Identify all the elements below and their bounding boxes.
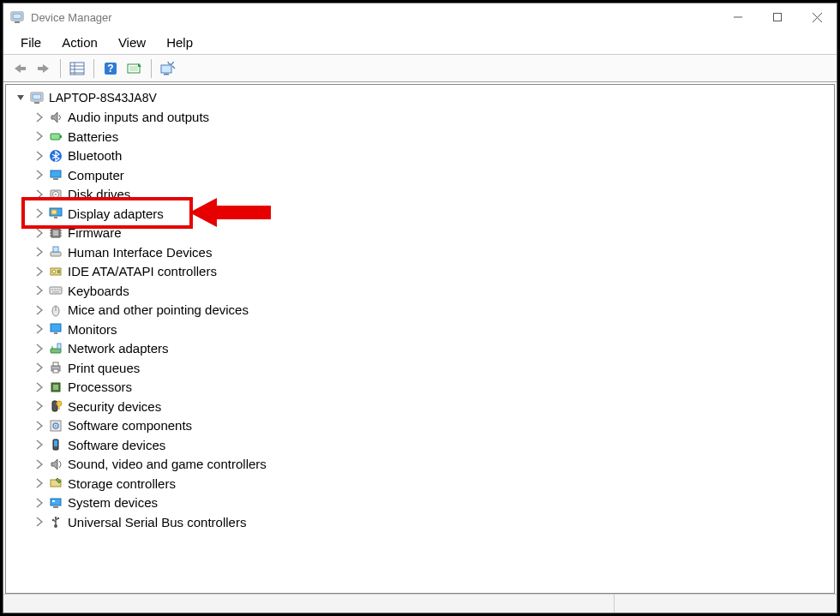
chevron-right-icon[interactable]	[33, 323, 45, 335]
tree-item-software-devices[interactable]: Software devices	[6, 435, 834, 455]
mouse-icon	[47, 302, 64, 318]
battery-icon	[47, 129, 64, 144]
chevron-right-icon[interactable]	[33, 381, 45, 393]
svg-rect-7	[20, 67, 26, 70]
help-button[interactable]: ?	[99, 57, 122, 80]
tree-item-network-adapters[interactable]: Network adapters	[6, 339, 834, 359]
chevron-right-icon[interactable]	[33, 130, 45, 142]
chevron-right-icon[interactable]	[33, 207, 45, 219]
statusbar	[3, 594, 837, 613]
svg-rect-8	[38, 67, 44, 70]
tree-root-label: LAPTOP-8S43JA8V	[49, 91, 157, 105]
tree-root-node[interactable]: LAPTOP-8S43JA8V	[6, 88, 834, 108]
disk-icon	[47, 187, 64, 202]
tree-item-audio-inputs-and-outputs[interactable]: Audio inputs and outputs	[6, 108, 834, 128]
chevron-right-icon[interactable]	[33, 188, 45, 200]
chevron-right-icon[interactable]	[33, 458, 45, 470]
tree-item-bluetooth[interactable]: Bluetooth	[6, 147, 834, 166]
chevron-right-icon[interactable]	[33, 150, 45, 162]
swcomp-icon	[47, 418, 64, 434]
tree-item-ide-ata-atapi-controllers[interactable]: IDE ATA/ATAPI controllers	[6, 262, 834, 282]
tree-item-label: Keyboards	[68, 284, 129, 298]
menu-help[interactable]: Help	[158, 33, 201, 52]
chevron-right-icon[interactable]	[33, 266, 45, 278]
tree-item-software-components[interactable]: Software components	[6, 416, 834, 436]
maximize-button[interactable]	[758, 3, 797, 31]
network-icon	[47, 341, 64, 356]
forward-button[interactable]	[33, 57, 55, 80]
printer-icon	[47, 360, 64, 375]
tree-item-label: Batteries	[68, 129, 118, 144]
tree-item-label: Network adapters	[68, 341, 169, 356]
window-title: Device Manager	[31, 11, 112, 24]
tree-item-storage-controllers[interactable]: Storage controllers	[6, 474, 834, 493]
tree-item-security-devices[interactable]: Security devices	[6, 397, 834, 416]
chevron-right-icon[interactable]	[33, 111, 45, 123]
tree-item-display-adapters[interactable]: Display adapters	[6, 204, 834, 224]
tree-item-label: Disk drives	[68, 187, 130, 201]
tree-item-computer[interactable]: Computer	[6, 165, 834, 185]
tree-item-system-devices[interactable]: System devices	[6, 493, 834, 513]
tree-item-monitors[interactable]: Monitors	[6, 320, 834, 339]
svg-rect-19	[164, 74, 169, 75]
tree-item-label: System devices	[68, 495, 158, 510]
tree-item-label: Computer	[68, 168, 124, 182]
show-hidden-button[interactable]	[157, 57, 179, 80]
tree-item-label: Storage controllers	[68, 476, 176, 491]
computer-icon	[47, 167, 64, 182]
svg-line-20	[172, 66, 175, 69]
tree-item-mice-and-other-pointing-devices[interactable]: Mice and other pointing devices	[6, 301, 834, 320]
window-controls	[718, 3, 837, 31]
menu-view[interactable]: View	[110, 33, 154, 52]
chevron-right-icon[interactable]	[33, 497, 45, 509]
chevron-right-icon[interactable]	[33, 343, 45, 355]
tree-item-label: Human Interface Devices	[68, 245, 212, 260]
menubar: File Action View Help	[3, 31, 837, 55]
tree-item-label: Software components	[68, 418, 192, 433]
tree-item-label: Print queues	[68, 361, 140, 375]
storage-icon	[47, 475, 64, 491]
chevron-down-icon[interactable]	[15, 92, 27, 104]
menu-action[interactable]: Action	[53, 33, 106, 52]
tree-item-print-queues[interactable]: Print queues	[6, 358, 834, 378]
tree-item-batteries[interactable]: Batteries	[6, 127, 834, 147]
chevron-right-icon[interactable]	[33, 420, 45, 432]
tree-item-label: IDE ATA/ATAPI controllers	[68, 264, 217, 278]
tree-item-universal-serial-bus-controllers[interactable]: Universal Serial Bus controllers	[6, 512, 834, 532]
sound-icon	[47, 457, 64, 472]
device-tree-pane[interactable]: LAPTOP-8S43JA8VAudio inputs and outputsB…	[5, 84, 835, 594]
svg-rect-18	[161, 65, 171, 73]
bluetooth-icon	[47, 148, 64, 164]
tree-item-disk-drives[interactable]: Disk drives	[6, 185, 834, 205]
chevron-right-icon[interactable]	[33, 400, 45, 412]
chevron-right-icon[interactable]	[33, 477, 45, 489]
close-button[interactable]	[797, 3, 837, 31]
toolbar-separator	[93, 59, 94, 78]
chevron-right-icon[interactable]	[33, 227, 45, 239]
tree-item-processors[interactable]: Processors	[6, 378, 834, 398]
tree-item-label: Processors	[68, 380, 132, 394]
chevron-right-icon[interactable]	[33, 169, 45, 181]
usb-icon	[47, 514, 64, 529]
audio-icon	[47, 110, 64, 125]
tree-item-keyboards[interactable]: Keyboards	[6, 281, 834, 301]
chevron-right-icon[interactable]	[33, 246, 45, 258]
chevron-right-icon[interactable]	[33, 284, 45, 296]
menu-file[interactable]: File	[12, 33, 50, 52]
tree-item-firmware[interactable]: Firmware	[6, 224, 834, 243]
tree-item-label: Software devices	[68, 438, 165, 452]
back-button[interactable]	[9, 57, 31, 80]
tree-item-label: Security devices	[68, 399, 161, 414]
chevron-right-icon[interactable]	[33, 516, 45, 528]
tree-item-human-interface-devices[interactable]: Human Interface Devices	[6, 242, 834, 262]
chevron-right-icon[interactable]	[33, 439, 45, 451]
chevron-right-icon[interactable]	[33, 362, 45, 374]
tree-item-sound-video-and-game-controllers[interactable]: Sound, video and game controllers	[6, 455, 834, 475]
scan-hardware-button[interactable]	[123, 57, 146, 80]
monitor-icon	[47, 321, 64, 337]
security-icon	[47, 398, 64, 414]
svg-rect-2	[15, 21, 20, 23]
chevron-right-icon[interactable]	[33, 304, 45, 316]
minimize-button[interactable]	[718, 3, 758, 31]
properties-button[interactable]	[66, 57, 88, 80]
